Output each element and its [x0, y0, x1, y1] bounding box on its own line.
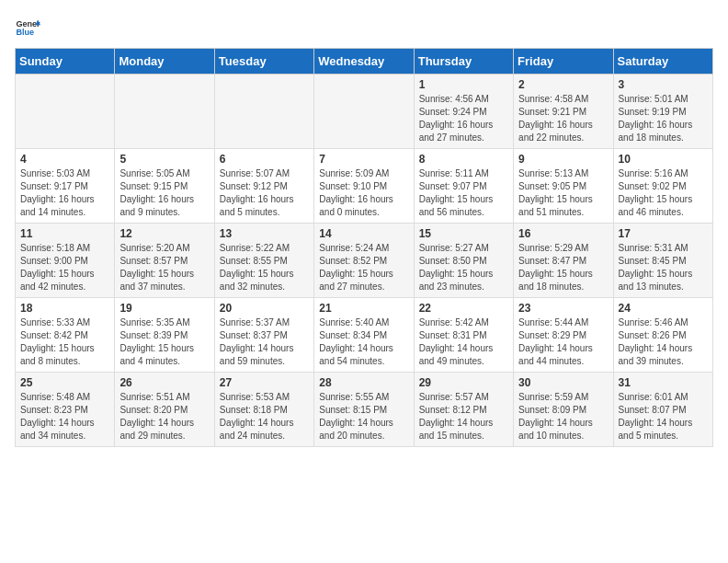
- day-number: 4: [20, 153, 109, 166]
- calendar-cell: 9Sunrise: 5:13 AM Sunset: 9:05 PM Daylig…: [514, 149, 613, 224]
- calendar-cell: 15Sunrise: 5:27 AM Sunset: 8:50 PM Dayli…: [414, 224, 513, 298]
- calendar-cell: 4Sunrise: 5:03 AM Sunset: 9:17 PM Daylig…: [16, 149, 115, 224]
- day-details: Sunrise: 5:59 AM Sunset: 8:09 PM Dayligh…: [518, 391, 608, 442]
- days-header-row: SundayMondayTuesdayWednesdayThursdayFrid…: [16, 49, 713, 75]
- calendar-cell: 13Sunrise: 5:22 AM Sunset: 8:55 PM Dayli…: [214, 224, 313, 298]
- calendar-cell: 8Sunrise: 5:11 AM Sunset: 9:07 PM Daylig…: [414, 149, 513, 224]
- calendar-cell: 6Sunrise: 5:07 AM Sunset: 9:12 PM Daylig…: [214, 149, 313, 224]
- day-details: Sunrise: 5:18 AM Sunset: 9:00 PM Dayligh…: [20, 242, 109, 293]
- day-number: 26: [119, 376, 209, 389]
- day-header-tuesday: Tuesday: [214, 49, 313, 75]
- day-details: Sunrise: 5:03 AM Sunset: 9:17 PM Dayligh…: [20, 167, 109, 219]
- day-number: 7: [319, 153, 408, 166]
- week-row-4: 18Sunrise: 5:33 AM Sunset: 8:42 PM Dayli…: [16, 298, 713, 373]
- day-number: 9: [518, 153, 608, 166]
- calendar-cell: 25Sunrise: 5:48 AM Sunset: 8:23 PM Dayli…: [16, 373, 115, 447]
- day-details: Sunrise: 5:40 AM Sunset: 8:34 PM Dayligh…: [319, 316, 408, 368]
- day-details: Sunrise: 5:29 AM Sunset: 8:47 PM Dayligh…: [518, 242, 608, 293]
- week-row-3: 11Sunrise: 5:18 AM Sunset: 9:00 PM Dayli…: [16, 224, 713, 298]
- day-number: 2: [518, 78, 608, 91]
- week-row-5: 25Sunrise: 5:48 AM Sunset: 8:23 PM Dayli…: [16, 373, 713, 447]
- day-number: 6: [220, 153, 309, 166]
- calendar-cell: 23Sunrise: 5:44 AM Sunset: 8:29 PM Dayli…: [514, 298, 613, 373]
- calendar-cell: 7Sunrise: 5:09 AM Sunset: 9:10 PM Daylig…: [314, 149, 414, 224]
- day-header-friday: Friday: [514, 49, 613, 75]
- calendar-cell: 30Sunrise: 5:59 AM Sunset: 8:09 PM Dayli…: [514, 373, 613, 447]
- day-number: 16: [518, 227, 608, 240]
- day-number: 13: [220, 227, 309, 240]
- day-details: Sunrise: 5:24 AM Sunset: 8:52 PM Dayligh…: [319, 242, 408, 293]
- day-number: 19: [119, 302, 209, 315]
- day-details: Sunrise: 5:46 AM Sunset: 8:26 PM Dayligh…: [619, 316, 708, 368]
- calendar-cell: 31Sunrise: 6:01 AM Sunset: 8:07 PM Dayli…: [613, 373, 712, 447]
- day-number: 24: [619, 302, 708, 315]
- day-number: 12: [119, 227, 209, 240]
- calendar-cell: 14Sunrise: 5:24 AM Sunset: 8:52 PM Dayli…: [314, 224, 414, 298]
- day-details: Sunrise: 4:58 AM Sunset: 9:21 PM Dayligh…: [518, 93, 608, 144]
- day-number: 15: [419, 227, 508, 240]
- calendar-cell: 21Sunrise: 5:40 AM Sunset: 8:34 PM Dayli…: [314, 298, 414, 373]
- calendar-cell: 1Sunrise: 4:56 AM Sunset: 9:24 PM Daylig…: [414, 75, 513, 149]
- calendar-cell: 24Sunrise: 5:46 AM Sunset: 8:26 PM Dayli…: [613, 298, 712, 373]
- calendar-cell: 18Sunrise: 5:33 AM Sunset: 8:42 PM Dayli…: [16, 298, 115, 373]
- calendar-cell: 29Sunrise: 5:57 AM Sunset: 8:12 PM Dayli…: [414, 373, 513, 447]
- day-details: Sunrise: 5:35 AM Sunset: 8:39 PM Dayligh…: [119, 316, 209, 368]
- day-number: 27: [220, 376, 309, 389]
- day-details: Sunrise: 5:05 AM Sunset: 9:15 PM Dayligh…: [119, 167, 209, 219]
- week-row-1: 1Sunrise: 4:56 AM Sunset: 9:24 PM Daylig…: [16, 75, 713, 149]
- calendar-cell: 26Sunrise: 5:51 AM Sunset: 8:20 PM Dayli…: [115, 373, 214, 447]
- day-number: 18: [20, 302, 109, 315]
- day-details: Sunrise: 5:55 AM Sunset: 8:15 PM Dayligh…: [319, 391, 408, 442]
- day-details: Sunrise: 5:11 AM Sunset: 9:07 PM Dayligh…: [419, 167, 508, 219]
- calendar-cell: 2Sunrise: 4:58 AM Sunset: 9:21 PM Daylig…: [514, 75, 613, 149]
- logo: General Blue: [15, 15, 40, 40]
- day-details: Sunrise: 5:22 AM Sunset: 8:55 PM Dayligh…: [220, 242, 309, 293]
- day-number: 22: [419, 302, 508, 315]
- day-details: Sunrise: 5:48 AM Sunset: 8:23 PM Dayligh…: [20, 391, 109, 442]
- calendar-cell: 10Sunrise: 5:16 AM Sunset: 9:02 PM Dayli…: [613, 149, 712, 224]
- calendar-cell: 19Sunrise: 5:35 AM Sunset: 8:39 PM Dayli…: [115, 298, 214, 373]
- calendar-cell: 5Sunrise: 5:05 AM Sunset: 9:15 PM Daylig…: [115, 149, 214, 224]
- day-details: Sunrise: 5:13 AM Sunset: 9:05 PM Dayligh…: [518, 167, 608, 219]
- calendar-cell: 27Sunrise: 5:53 AM Sunset: 8:18 PM Dayli…: [214, 373, 313, 447]
- calendar-cell: 17Sunrise: 5:31 AM Sunset: 8:45 PM Dayli…: [613, 224, 712, 298]
- calendar-cell: 16Sunrise: 5:29 AM Sunset: 8:47 PM Dayli…: [514, 224, 613, 298]
- day-details: Sunrise: 5:42 AM Sunset: 8:31 PM Dayligh…: [419, 316, 508, 368]
- day-number: 11: [20, 227, 109, 240]
- day-number: 1: [419, 78, 508, 91]
- calendar-cell: [115, 75, 214, 149]
- calendar-cell: [214, 75, 313, 149]
- day-number: 29: [419, 376, 508, 389]
- day-details: Sunrise: 5:44 AM Sunset: 8:29 PM Dayligh…: [518, 316, 608, 368]
- day-details: Sunrise: 5:57 AM Sunset: 8:12 PM Dayligh…: [419, 391, 508, 442]
- day-header-saturday: Saturday: [613, 49, 712, 75]
- day-details: Sunrise: 5:31 AM Sunset: 8:45 PM Dayligh…: [619, 242, 708, 293]
- day-details: Sunrise: 5:07 AM Sunset: 9:12 PM Dayligh…: [220, 167, 309, 219]
- calendar-cell: [16, 75, 115, 149]
- day-details: Sunrise: 5:53 AM Sunset: 8:18 PM Dayligh…: [220, 391, 309, 442]
- day-number: 5: [119, 153, 209, 166]
- day-number: 20: [220, 302, 309, 315]
- calendar-table: SundayMondayTuesdayWednesdayThursdayFrid…: [15, 48, 713, 447]
- day-details: Sunrise: 5:33 AM Sunset: 8:42 PM Dayligh…: [20, 316, 109, 368]
- calendar-cell: 12Sunrise: 5:20 AM Sunset: 8:57 PM Dayli…: [115, 224, 214, 298]
- calendar-cell: 3Sunrise: 5:01 AM Sunset: 9:19 PM Daylig…: [613, 75, 712, 149]
- day-details: Sunrise: 5:09 AM Sunset: 9:10 PM Dayligh…: [319, 167, 408, 219]
- logo-icon: General Blue: [15, 15, 40, 40]
- day-number: 30: [518, 376, 608, 389]
- day-number: 28: [319, 376, 408, 389]
- day-details: Sunrise: 4:56 AM Sunset: 9:24 PM Dayligh…: [419, 93, 508, 144]
- day-number: 31: [619, 376, 708, 389]
- day-details: Sunrise: 5:37 AM Sunset: 8:37 PM Dayligh…: [220, 316, 309, 368]
- header: General Blue: [15, 15, 713, 40]
- calendar-cell: 20Sunrise: 5:37 AM Sunset: 8:37 PM Dayli…: [214, 298, 313, 373]
- day-details: Sunrise: 5:51 AM Sunset: 8:20 PM Dayligh…: [119, 391, 209, 442]
- calendar-cell: [314, 75, 414, 149]
- day-number: 3: [619, 78, 708, 91]
- day-number: 10: [619, 153, 708, 166]
- day-number: 8: [419, 153, 508, 166]
- day-details: Sunrise: 5:16 AM Sunset: 9:02 PM Dayligh…: [619, 167, 708, 219]
- day-number: 17: [619, 227, 708, 240]
- day-header-monday: Monday: [115, 49, 214, 75]
- day-details: Sunrise: 5:01 AM Sunset: 9:19 PM Dayligh…: [619, 93, 708, 144]
